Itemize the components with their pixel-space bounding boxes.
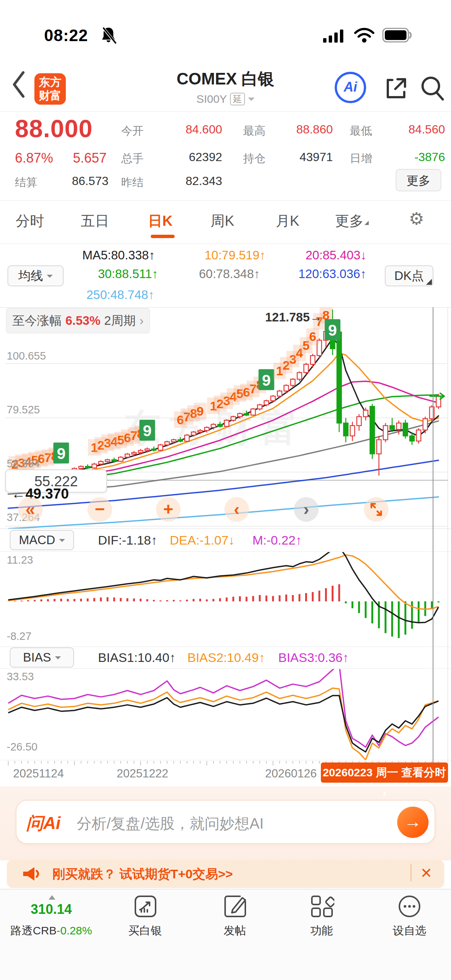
low-value: 84.560 <box>393 123 445 137</box>
ask-ai-placeholder: 分析/复盘/选股，就问妙想AI <box>76 813 264 834</box>
macd-selector-button[interactable]: MACD <box>10 530 74 550</box>
divider <box>0 647 451 647</box>
settle-value: 86.573 <box>56 174 108 188</box>
x-date-2: 20251222 <box>117 767 168 780</box>
dif-label: DIF:-1.18↑ <box>98 533 158 547</box>
search-icon[interactable] <box>419 74 446 102</box>
x-date-1: 20251124 <box>13 767 64 780</box>
more-button[interactable]: 更多 <box>396 169 441 191</box>
y-label-1: 100.655 <box>7 350 46 362</box>
svg-text:9: 9 <box>328 321 337 339</box>
eastmoney-logo[interactable]: 东方 财富 <box>34 73 66 105</box>
prev-settle-label: 昨结 <box>121 175 143 190</box>
x-date-3: 20260126 <box>265 767 317 780</box>
buy-silver-icon[interactable] <box>133 894 158 919</box>
tab-rik[interactable]: 日K <box>148 212 172 231</box>
svg-text:6: 6 <box>309 329 316 344</box>
tab-more[interactable]: 更多 <box>335 212 372 231</box>
y-label-3: 58.394 <box>7 458 40 470</box>
open-value: 84.600 <box>170 123 222 137</box>
promo-text[interactable]: 刚买就跌？ 试试期货T+0交易>> <box>53 865 233 883</box>
macd-ymin: -8.27 <box>7 630 32 643</box>
low-label: 最低 <box>350 123 372 138</box>
range-gain-badge[interactable]: 至今涨幅 6.53% 2周期 › <box>6 308 150 333</box>
zoom-in-button[interactable]: + <box>156 497 181 522</box>
crb-index-label[interactable]: 路透CRB-0.28% <box>6 923 96 939</box>
chevron-down-icon <box>248 97 255 104</box>
daily-increase-value: -3876 <box>393 150 445 164</box>
svg-text:9: 9 <box>57 445 65 462</box>
volume-label: 总手 <box>121 151 143 166</box>
tab-wuri[interactable]: 五日 <box>81 212 109 231</box>
caret-down-icon <box>59 539 65 545</box>
daily-increase-label: 日增 <box>350 151 372 166</box>
post-icon[interactable] <box>223 894 247 919</box>
divider <box>0 244 451 244</box>
wifi-icon <box>354 28 375 43</box>
volume-value: 62392 <box>170 150 222 164</box>
nav-post[interactable]: 发帖 <box>190 923 280 939</box>
ma10-label: 10:79.519↑ <box>204 248 266 262</box>
caret-down-icon <box>55 656 61 662</box>
mute-bell-icon <box>100 26 117 44</box>
change-percent: 6.87% <box>15 150 53 166</box>
divider <box>0 200 451 201</box>
ma30-label: 30:88.511↑ <box>98 267 158 281</box>
close-icon[interactable]: ✕ <box>420 865 432 881</box>
chevron-down-icon <box>365 221 373 229</box>
divider <box>0 668 451 669</box>
nav-buy-silver[interactable]: 买白银 <box>100 923 190 939</box>
tab-yuek[interactable]: 月K <box>276 212 299 231</box>
bias-ymin: -26.50 <box>7 741 37 753</box>
battery-icon <box>382 28 413 43</box>
latest-date-badge[interactable]: 20260223 周一 查看分时 › <box>321 762 448 783</box>
bias3-label: BIAS3:0.36↑ <box>278 650 349 665</box>
symbol-code[interactable]: SI00Y延 <box>132 93 319 105</box>
ma5-label: MA5:80.338↑ <box>82 248 155 262</box>
nav-watchlist[interactable]: 设自选 <box>365 923 451 939</box>
nav-functions[interactable]: 功能 <box>277 923 367 939</box>
megaphone-icon <box>22 865 43 883</box>
ma120-label: 120:63.036↑ <box>298 267 367 281</box>
pan-left-button[interactable]: ‹ <box>225 497 249 522</box>
functions-icon[interactable] <box>310 894 334 919</box>
tab-fenshi[interactable]: 分时 <box>16 212 44 231</box>
bias-selector-button[interactable]: BIAS <box>10 648 74 668</box>
ask-ai-logo: 问Ai <box>26 812 61 835</box>
bias2-label: BIAS2:10.49↑ <box>187 650 265 665</box>
macd-chart[interactable] <box>0 552 451 646</box>
high-label: 最高 <box>243 123 266 138</box>
pan-right-button[interactable]: › <box>294 497 319 522</box>
ask-ai-submit-button[interactable]: → <box>397 807 429 838</box>
add-watchlist-icon[interactable] <box>397 894 422 919</box>
dk-point-button[interactable]: DK点 <box>385 266 433 286</box>
zoom-out-button[interactable]: − <box>88 497 112 522</box>
settle-label: 结算 <box>15 175 37 190</box>
open-interest-value: 43971 <box>280 150 333 164</box>
fast-backward-button[interactable]: « <box>18 497 43 522</box>
tab-zhouk[interactable]: 周K <box>210 212 234 231</box>
bias1-label: BIAS1:10.40↑ <box>98 650 176 665</box>
svg-text:9: 9 <box>197 404 204 418</box>
index-up-triangle <box>49 892 55 900</box>
caret-down-icon <box>47 275 53 281</box>
macd-ymax: 11.23 <box>7 554 33 566</box>
active-tab-underline <box>151 235 175 238</box>
share-icon[interactable] <box>382 75 410 102</box>
expand-button[interactable] <box>364 497 389 522</box>
open-interest-label: 持仓 <box>243 151 266 166</box>
crb-index-value[interactable]: 310.14 <box>6 902 96 917</box>
chart-border <box>0 528 451 529</box>
ai-assistant-button[interactable]: Ai <box>335 72 366 103</box>
ma20-label: 20:85.403↓ <box>306 248 367 262</box>
crosshair-line <box>433 307 433 766</box>
dea-label: DEA:-1.07↓ <box>170 533 235 547</box>
ma-selector-button[interactable]: 均线 <box>8 266 64 286</box>
signal-icon <box>322 29 346 43</box>
gear-icon[interactable]: ⚙ <box>409 208 424 229</box>
bias-chart[interactable] <box>0 669 451 760</box>
expand-icon <box>364 497 389 522</box>
back-icon[interactable] <box>11 70 26 99</box>
divider <box>0 111 451 112</box>
ma250-label: 250:48.748↑ <box>86 288 155 302</box>
